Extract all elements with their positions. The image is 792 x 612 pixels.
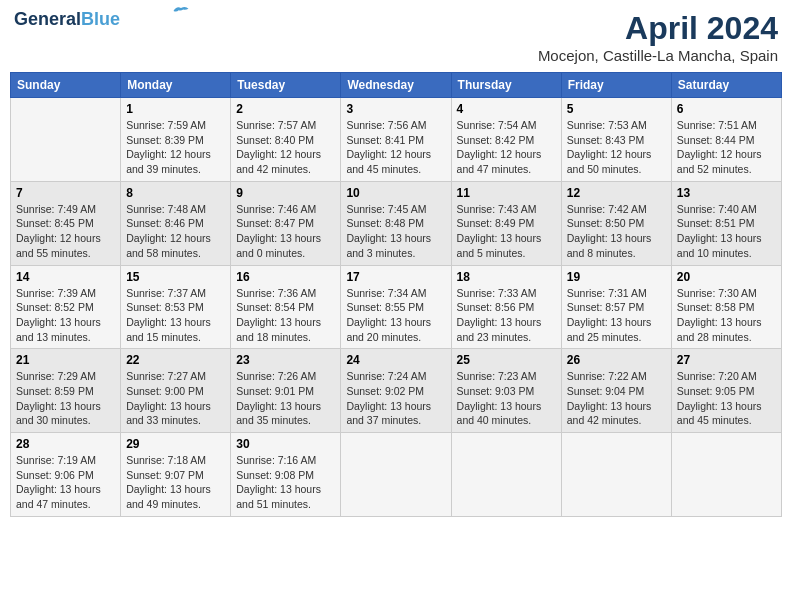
day-number: 22 xyxy=(126,353,225,367)
day-number: 3 xyxy=(346,102,445,116)
day-info: Sunrise: 7:37 AMSunset: 8:53 PMDaylight:… xyxy=(126,286,225,345)
calendar-cell: 24Sunrise: 7:24 AMSunset: 9:02 PMDayligh… xyxy=(341,349,451,433)
day-info: Sunrise: 7:46 AMSunset: 8:47 PMDaylight:… xyxy=(236,202,335,261)
calendar-cell xyxy=(11,98,121,182)
calendar-cell: 13Sunrise: 7:40 AMSunset: 8:51 PMDayligh… xyxy=(671,181,781,265)
header-cell-saturday: Saturday xyxy=(671,73,781,98)
day-info: Sunrise: 7:36 AMSunset: 8:54 PMDaylight:… xyxy=(236,286,335,345)
day-number: 8 xyxy=(126,186,225,200)
header-cell-tuesday: Tuesday xyxy=(231,73,341,98)
header-cell-wednesday: Wednesday xyxy=(341,73,451,98)
day-number: 2 xyxy=(236,102,335,116)
day-info: Sunrise: 7:43 AMSunset: 8:49 PMDaylight:… xyxy=(457,202,556,261)
calendar-cell xyxy=(451,433,561,517)
calendar-cell: 5Sunrise: 7:53 AMSunset: 8:43 PMDaylight… xyxy=(561,98,671,182)
day-number: 23 xyxy=(236,353,335,367)
day-number: 28 xyxy=(16,437,115,451)
location-title: Mocejon, Castille-La Mancha, Spain xyxy=(538,47,778,64)
day-number: 20 xyxy=(677,270,776,284)
day-number: 9 xyxy=(236,186,335,200)
day-info: Sunrise: 7:24 AMSunset: 9:02 PMDaylight:… xyxy=(346,369,445,428)
day-info: Sunrise: 7:54 AMSunset: 8:42 PMDaylight:… xyxy=(457,118,556,177)
header-cell-sunday: Sunday xyxy=(11,73,121,98)
day-number: 17 xyxy=(346,270,445,284)
day-info: Sunrise: 7:45 AMSunset: 8:48 PMDaylight:… xyxy=(346,202,445,261)
week-row-2: 7Sunrise: 7:49 AMSunset: 8:45 PMDaylight… xyxy=(11,181,782,265)
day-info: Sunrise: 7:51 AMSunset: 8:44 PMDaylight:… xyxy=(677,118,776,177)
day-number: 12 xyxy=(567,186,666,200)
day-number: 21 xyxy=(16,353,115,367)
title-section: April 2024 Mocejon, Castille-La Mancha, … xyxy=(538,10,778,64)
day-info: Sunrise: 7:40 AMSunset: 8:51 PMDaylight:… xyxy=(677,202,776,261)
day-number: 7 xyxy=(16,186,115,200)
calendar-cell xyxy=(341,433,451,517)
day-number: 27 xyxy=(677,353,776,367)
calendar-cell: 21Sunrise: 7:29 AMSunset: 8:59 PMDayligh… xyxy=(11,349,121,433)
calendar-cell: 14Sunrise: 7:39 AMSunset: 8:52 PMDayligh… xyxy=(11,265,121,349)
day-number: 11 xyxy=(457,186,556,200)
header-cell-friday: Friday xyxy=(561,73,671,98)
calendar-table: SundayMondayTuesdayWednesdayThursdayFrid… xyxy=(10,72,782,517)
calendar-cell: 20Sunrise: 7:30 AMSunset: 8:58 PMDayligh… xyxy=(671,265,781,349)
day-info: Sunrise: 7:56 AMSunset: 8:41 PMDaylight:… xyxy=(346,118,445,177)
week-row-4: 21Sunrise: 7:29 AMSunset: 8:59 PMDayligh… xyxy=(11,349,782,433)
calendar-cell: 12Sunrise: 7:42 AMSunset: 8:50 PMDayligh… xyxy=(561,181,671,265)
day-number: 14 xyxy=(16,270,115,284)
calendar-cell: 16Sunrise: 7:36 AMSunset: 8:54 PMDayligh… xyxy=(231,265,341,349)
calendar-cell: 18Sunrise: 7:33 AMSunset: 8:56 PMDayligh… xyxy=(451,265,561,349)
day-info: Sunrise: 7:39 AMSunset: 8:52 PMDaylight:… xyxy=(16,286,115,345)
calendar-cell: 28Sunrise: 7:19 AMSunset: 9:06 PMDayligh… xyxy=(11,433,121,517)
calendar-cell: 30Sunrise: 7:16 AMSunset: 9:08 PMDayligh… xyxy=(231,433,341,517)
day-info: Sunrise: 7:29 AMSunset: 8:59 PMDaylight:… xyxy=(16,369,115,428)
calendar-cell: 19Sunrise: 7:31 AMSunset: 8:57 PMDayligh… xyxy=(561,265,671,349)
calendar-body: 1Sunrise: 7:59 AMSunset: 8:39 PMDaylight… xyxy=(11,98,782,517)
calendar-cell: 8Sunrise: 7:48 AMSunset: 8:46 PMDaylight… xyxy=(121,181,231,265)
calendar-cell: 2Sunrise: 7:57 AMSunset: 8:40 PMDaylight… xyxy=(231,98,341,182)
calendar-cell: 11Sunrise: 7:43 AMSunset: 8:49 PMDayligh… xyxy=(451,181,561,265)
logo-bird-icon xyxy=(172,4,190,18)
calendar-cell: 7Sunrise: 7:49 AMSunset: 8:45 PMDaylight… xyxy=(11,181,121,265)
day-number: 19 xyxy=(567,270,666,284)
day-number: 30 xyxy=(236,437,335,451)
header-cell-monday: Monday xyxy=(121,73,231,98)
week-row-1: 1Sunrise: 7:59 AMSunset: 8:39 PMDaylight… xyxy=(11,98,782,182)
page-header: GeneralBlue April 2024 Mocejon, Castille… xyxy=(10,10,782,64)
day-info: Sunrise: 7:31 AMSunset: 8:57 PMDaylight:… xyxy=(567,286,666,345)
day-number: 1 xyxy=(126,102,225,116)
day-number: 6 xyxy=(677,102,776,116)
day-number: 29 xyxy=(126,437,225,451)
calendar-cell xyxy=(671,433,781,517)
day-number: 25 xyxy=(457,353,556,367)
calendar-cell: 26Sunrise: 7:22 AMSunset: 9:04 PMDayligh… xyxy=(561,349,671,433)
day-info: Sunrise: 7:27 AMSunset: 9:00 PMDaylight:… xyxy=(126,369,225,428)
calendar-cell: 4Sunrise: 7:54 AMSunset: 8:42 PMDaylight… xyxy=(451,98,561,182)
calendar-cell: 3Sunrise: 7:56 AMSunset: 8:41 PMDaylight… xyxy=(341,98,451,182)
calendar-cell: 29Sunrise: 7:18 AMSunset: 9:07 PMDayligh… xyxy=(121,433,231,517)
day-info: Sunrise: 7:53 AMSunset: 8:43 PMDaylight:… xyxy=(567,118,666,177)
month-title: April 2024 xyxy=(538,10,778,47)
day-number: 18 xyxy=(457,270,556,284)
day-number: 10 xyxy=(346,186,445,200)
calendar-cell: 23Sunrise: 7:26 AMSunset: 9:01 PMDayligh… xyxy=(231,349,341,433)
logo: GeneralBlue xyxy=(14,10,190,30)
day-number: 26 xyxy=(567,353,666,367)
day-info: Sunrise: 7:19 AMSunset: 9:06 PMDaylight:… xyxy=(16,453,115,512)
calendar-cell: 17Sunrise: 7:34 AMSunset: 8:55 PMDayligh… xyxy=(341,265,451,349)
day-info: Sunrise: 7:42 AMSunset: 8:50 PMDaylight:… xyxy=(567,202,666,261)
calendar-cell: 6Sunrise: 7:51 AMSunset: 8:44 PMDaylight… xyxy=(671,98,781,182)
calendar-cell: 22Sunrise: 7:27 AMSunset: 9:00 PMDayligh… xyxy=(121,349,231,433)
day-info: Sunrise: 7:22 AMSunset: 9:04 PMDaylight:… xyxy=(567,369,666,428)
day-info: Sunrise: 7:34 AMSunset: 8:55 PMDaylight:… xyxy=(346,286,445,345)
week-row-3: 14Sunrise: 7:39 AMSunset: 8:52 PMDayligh… xyxy=(11,265,782,349)
day-info: Sunrise: 7:18 AMSunset: 9:07 PMDaylight:… xyxy=(126,453,225,512)
day-info: Sunrise: 7:20 AMSunset: 9:05 PMDaylight:… xyxy=(677,369,776,428)
day-info: Sunrise: 7:57 AMSunset: 8:40 PMDaylight:… xyxy=(236,118,335,177)
calendar-cell: 25Sunrise: 7:23 AMSunset: 9:03 PMDayligh… xyxy=(451,349,561,433)
day-number: 4 xyxy=(457,102,556,116)
day-number: 24 xyxy=(346,353,445,367)
day-info: Sunrise: 7:30 AMSunset: 8:58 PMDaylight:… xyxy=(677,286,776,345)
day-info: Sunrise: 7:26 AMSunset: 9:01 PMDaylight:… xyxy=(236,369,335,428)
calendar-cell: 9Sunrise: 7:46 AMSunset: 8:47 PMDaylight… xyxy=(231,181,341,265)
calendar-cell xyxy=(561,433,671,517)
logo-text: GeneralBlue xyxy=(14,10,120,30)
